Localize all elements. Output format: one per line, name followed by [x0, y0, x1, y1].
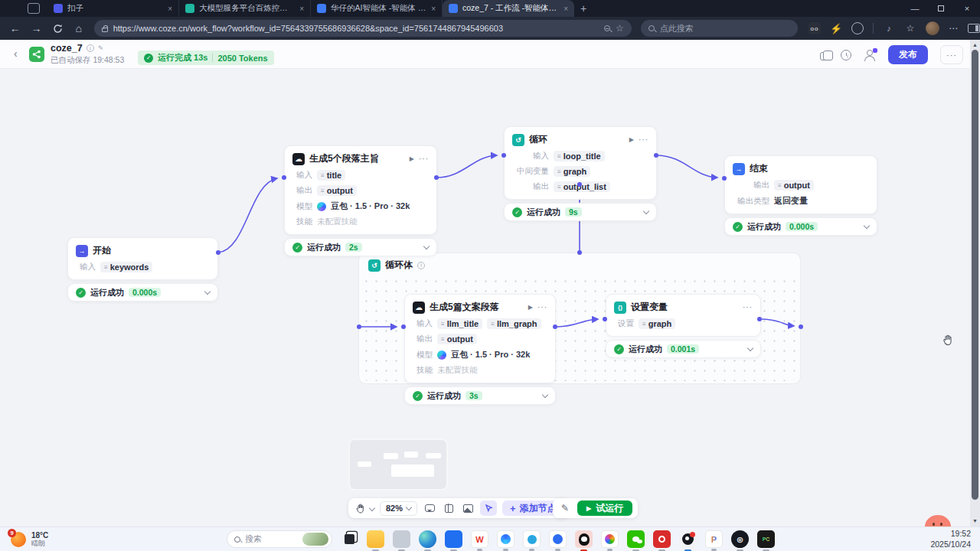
info-icon[interactable] [417, 262, 425, 269]
run-result-badge[interactable]: 运行完成 13s 2050 Tokens [138, 51, 274, 65]
file-explorer-icon[interactable] [367, 530, 384, 548]
tab-list-icon[interactable] [28, 3, 40, 14]
wps-icon[interactable] [471, 530, 488, 548]
tab-close-icon[interactable]: × [168, 5, 172, 13]
node-status-bar[interactable]: 运行成功 0.000s [724, 217, 877, 236]
port-dot[interactable] [501, 153, 506, 158]
weather-widget[interactable]: 9 18°C 晴朗 [11, 531, 48, 548]
node-status-bar[interactable]: 运行成功 0.000s [67, 283, 218, 302]
microsoft-store-icon[interactable] [445, 530, 462, 548]
node-start[interactable]: 开始 输入 keywords 运行成功 0.000s [67, 237, 218, 302]
port-dot[interactable] [799, 324, 803, 329]
node-llm1[interactable]: 生成5个段落主旨 输入 title 输出 output 模型 豆包 · 1.5 … [284, 145, 437, 256]
node-llm2[interactable]: 生成5篇文案段落 输入 llm_title llm_graph 输出 outpu… [404, 294, 556, 405]
history-icon[interactable] [841, 50, 851, 60]
tab-coze7-active[interactable]: coze_7 - 工作流 -智能体平台 × [443, 0, 574, 17]
node-more-icon[interactable] [639, 135, 648, 144]
node-more-icon[interactable] [743, 303, 753, 311]
home-icon[interactable]: ⌂ [70, 19, 88, 37]
extension-lightning-icon[interactable] [830, 22, 842, 34]
port-dot[interactable] [434, 175, 439, 180]
node-status-bar[interactable]: 运行成功 9s [504, 203, 657, 221]
port-dot[interactable] [722, 176, 727, 181]
chevron-down-icon[interactable] [423, 243, 430, 249]
node-end[interactable]: 结束 输出 output 输出类型 返回变量 运行成功 0.000s [724, 155, 877, 236]
minimap-toggle-icon[interactable] [461, 501, 475, 515]
edge-browser-icon[interactable] [419, 530, 436, 548]
zoom-out-page-icon[interactable] [604, 25, 610, 31]
reload-icon[interactable] [48, 19, 67, 37]
collaborate-icon[interactable] [864, 50, 876, 62]
scroll-down-icon[interactable]: ▼ [970, 516, 980, 525]
browser-menu-icon[interactable]: ⋯ [949, 23, 959, 34]
port-dot[interactable] [603, 317, 607, 321]
node-status-bar[interactable]: 运行成功 0.001s [606, 340, 761, 358]
red-o-app-icon[interactable] [653, 530, 671, 548]
port-dot[interactable] [553, 324, 557, 329]
device-manager-icon[interactable] [393, 530, 410, 548]
header-more-button[interactable] [940, 45, 963, 64]
minimap[interactable] [348, 439, 448, 491]
task-view-icon[interactable] [341, 530, 358, 548]
scrollbar-thumb[interactable] [972, 50, 978, 500]
comment-icon[interactable] [423, 501, 436, 515]
qq-browser-icon[interactable] [497, 530, 514, 548]
chevron-down-icon[interactable] [542, 391, 548, 397]
chevron-down-icon[interactable] [747, 344, 753, 350]
new-tab-button[interactable]: + [580, 2, 586, 15]
info-icon[interactable] [87, 44, 94, 52]
p-app-icon[interactable] [705, 530, 723, 548]
select-tool-icon[interactable] [480, 500, 497, 516]
profile-avatar[interactable] [926, 21, 939, 35]
restore-button[interactable] [928, 0, 954, 17]
run-node-icon[interactable] [410, 155, 414, 162]
port-dot[interactable] [216, 250, 220, 255]
bookmark-star-icon[interactable]: ☆ [616, 23, 624, 34]
browser-search-box[interactable]: 点此搜索 [641, 20, 798, 37]
page-scrollbar[interactable]: ▲ ▼ [970, 40, 980, 527]
edit-icon[interactable] [98, 44, 104, 52]
chevron-down-icon[interactable] [864, 222, 870, 228]
test-run-button[interactable]: 试运行 [577, 500, 632, 516]
back-chevron[interactable]: ‹ [14, 47, 18, 60]
favorites-icon[interactable] [904, 22, 916, 34]
loop-body-container[interactable]: 循环体 生成5篇文案段落 输入 llm_title llm_graph [358, 253, 801, 384]
back-icon[interactable]: ← [6, 19, 24, 37]
port-dot[interactable] [401, 324, 406, 329]
extension-circle-icon[interactable] [851, 22, 864, 34]
port-dot[interactable] [357, 324, 361, 329]
pycharm-icon[interactable] [757, 530, 775, 548]
taskbar-search[interactable]: 搜索 [227, 530, 332, 548]
minimize-button[interactable]: — [902, 0, 928, 17]
tab-close-icon[interactable]: × [299, 5, 304, 13]
colorful-app-icon[interactable] [601, 530, 619, 548]
port-dot[interactable] [577, 182, 582, 187]
qq-icon[interactable] [575, 530, 593, 548]
chevron-down-icon[interactable] [643, 207, 649, 214]
hand-tool-chevron-icon[interactable] [369, 505, 375, 511]
debug-pencil-icon[interactable] [558, 501, 572, 515]
port-dot[interactable] [757, 317, 762, 321]
port-dot[interactable] [577, 250, 582, 255]
node-loop[interactable]: 循环 输入 loop_title 中间变量 graph 输出 output_li… [504, 126, 657, 221]
extension-glasses-icon[interactable] [808, 22, 821, 34]
scroll-up-icon[interactable]: ▲ [970, 40, 980, 49]
port-dot[interactable] [654, 153, 658, 158]
node-status-bar[interactable]: 运行成功 2s [284, 238, 437, 256]
auto-layout-icon[interactable] [442, 501, 456, 515]
wechat-icon[interactable] [627, 530, 645, 548]
run-node-icon[interactable] [528, 304, 533, 311]
chevron-down-icon[interactable] [204, 288, 211, 294]
forward-icon[interactable]: → [28, 19, 46, 37]
dark-circle-app-icon[interactable] [731, 530, 749, 548]
tab-agent[interactable]: 华仔的AI智能体 -智能体 - 扣子 × [311, 0, 443, 17]
node-set-variable[interactable]: 设置变量 设置 graph 运行成功 0.001s [606, 294, 761, 358]
hand-tool-icon[interactable] [354, 501, 368, 515]
workflow-canvas[interactable]: 循环体 生成5篇文案段落 输入 llm_title llm_graph [0, 69, 980, 527]
close-button[interactable]: × [954, 0, 980, 17]
meeting-app-icon[interactable] [549, 530, 567, 548]
tab-kouzi[interactable]: 扣子 × [47, 0, 179, 17]
media-icon[interactable] [883, 22, 895, 34]
url-bar[interactable]: https://www.coze.cn/work_flow?workflow_i… [94, 20, 632, 37]
tab-bailian[interactable]: 大模型服务平台百炼控制台 × [179, 0, 311, 17]
